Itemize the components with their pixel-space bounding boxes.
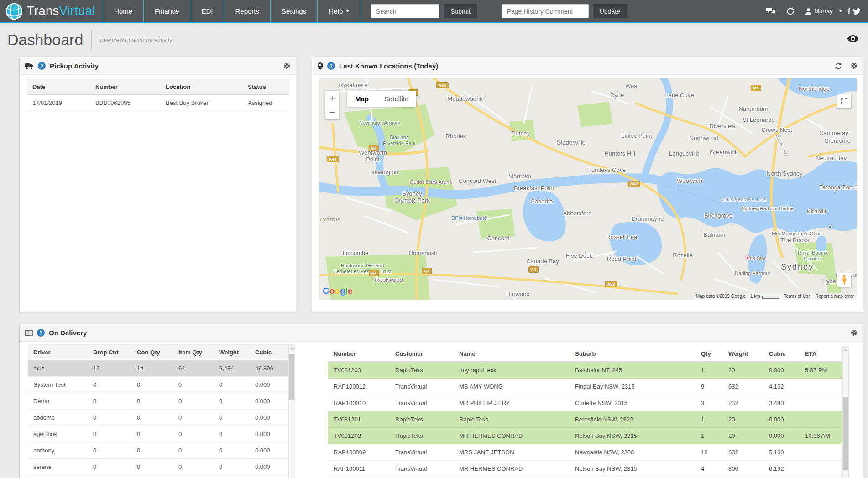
nav-item-edi[interactable]: EDI [190,0,224,22]
nav-item-home[interactable]: Home [103,0,143,22]
col-status[interactable]: Status [242,79,289,95]
consign-table-row[interactable]: TV081203RapidTekstroy rapid teckBatchelo… [328,362,842,379]
fullscreen-button[interactable] [837,94,851,108]
on-delivery-help-icon[interactable]: ? [37,329,45,337]
col-drop-cnt[interactable]: Drop Cnt [88,345,131,360]
col-name[interactable]: Name [454,346,570,362]
zoom-out-button[interactable]: − [325,105,339,119]
col-eta[interactable]: ETA [800,346,842,362]
map-label: Birchgrove [704,213,732,219]
consign-table-row[interactable]: TV081201RapidTeksRapid TeksBeresfield NS… [328,411,842,428]
facebook-icon[interactable]: f [848,7,850,16]
map-label: Huntleys Cove [587,167,626,174]
pickup-help-icon[interactable]: ? [38,62,46,70]
road-shield: A40 [436,82,449,88]
map-label: Naremburn [738,106,768,113]
page-history-comment-input[interactable] [502,4,589,18]
nav-item-reports[interactable]: Reports [224,0,270,22]
map-marker-dot[interactable] [828,225,832,229]
brand-logo[interactable]: TransVirtual [0,0,103,22]
map-settings-gear-icon[interactable] [851,62,858,69]
map-label: Darling Harbour [735,270,770,276]
map-label: Sydney Harbour Bridge [742,206,794,212]
eye-icon[interactable] [847,35,859,45]
col-driver[interactable]: Driver [28,345,88,360]
map-type-map-button[interactable]: Map [347,91,376,107]
report-map-error-link[interactable]: Report a map error [816,294,854,299]
driver-table-row[interactable]: System Test00000.000 [28,377,288,393]
col-con-qty[interactable]: Con Qty [131,345,173,360]
consign-table-row[interactable]: RAP100009TransVirtualMRS JANE JETSONNewc… [328,444,842,461]
pickup-settings-gear-icon[interactable] [283,62,290,69]
driver-table-scrollbar[interactable]: ▲ [288,344,295,478]
map-data-text: Map data ©2019 Google [696,294,746,299]
scroll-up-arrow-icon[interactable]: ▲ [289,345,294,352]
col-weight[interactable]: Weight [723,346,763,362]
col-weight[interactable]: Weight [214,345,250,360]
col-item-qty[interactable]: Item Qty [173,345,214,360]
col-cubic[interactable]: Cubic [763,346,800,362]
map-marker-dot[interactable] [746,256,750,260]
col-location[interactable]: Location [160,79,242,95]
col-customer[interactable]: Customer [390,346,454,362]
nav-item-settings[interactable]: Settings [270,0,317,22]
road-shield: M1 [751,85,761,91]
pegman-icon[interactable] [837,273,851,287]
driver-table-row[interactable]: muz1314646,48446.896 [28,360,288,377]
map-marker-dot[interactable] [460,216,464,220]
map-label: Taronga Zoo Sy [819,184,857,191]
truck-icon [25,63,34,69]
driver-table-header-row: DriverDrop CntCon QtyItem QtyWeightCubic [28,345,288,360]
consign-table-row[interactable]: RAP100010TransVirtualMR PHILLIP J FRYCor… [328,395,842,411]
map-label: Balmain [704,232,725,239]
main-menu: HomeFinanceEDIReportsSettingsHelp [103,0,361,22]
map-type-control: Map Satellite [347,91,416,107]
driver-table-row[interactable]: mike00000.000 [28,475,288,478]
update-button[interactable]: Update [593,4,627,18]
driver-table-row[interactable]: Demo00000.000 [28,393,288,410]
scroll-up-arrow-icon[interactable]: ▲ [843,347,848,353]
terms-of-use-link[interactable]: Terms of Use [784,294,811,299]
consignment-table-scrollbar[interactable]: ▲ [842,346,849,478]
google-logo[interactable]: Google [323,286,352,296]
col-cubic[interactable]: Cubic [250,345,288,360]
social-icons: f [848,7,861,16]
map-type-satellite-button[interactable]: Satellite [376,91,416,107]
driver-table-wrap: DriverDrop CntCon QtyItem QtyWeightCubic… [28,344,288,478]
consign-table-row[interactable]: RAP100011TransVirtualMR HERMES CONRADNel… [328,461,842,477]
twitter-icon[interactable] [853,8,861,15]
driver-table-row[interactable]: serena00000.000 [28,459,288,475]
col-number[interactable]: Number [328,346,390,362]
nav-item-help[interactable]: Help [317,0,361,22]
map-refresh-icon[interactable] [835,62,842,69]
col-date[interactable]: Date [27,79,90,95]
map-label: Gladesville [556,140,586,146]
nav-item-finance[interactable]: Finance [143,0,190,22]
map-label: Rookwood [375,277,403,284]
submit-button[interactable]: Submit [444,4,477,18]
map-scale[interactable]: 1 km [750,294,779,299]
map-label: Woolwich [677,178,702,185]
map-marker-dot[interactable] [432,180,436,184]
col-suburb[interactable]: Suburb [570,346,695,362]
consign-table-row[interactable]: RAP100012TransVirtualMS AMY WONGFingal B… [328,379,842,395]
map-help-icon[interactable]: ? [327,62,335,70]
last-known-locations-panel: ? Last Known Locations (Today) [312,57,863,312]
on-delivery-settings-gear-icon[interactable] [851,329,858,336]
pickup-table-row[interactable]: 17/01/2019BBB0062095Best Buy BrokerAssig… [27,95,289,111]
chat-icon[interactable] [766,7,775,15]
driver-table-row[interactable]: abdemo00000.000 [28,410,288,426]
driver-table-row[interactable]: anthony00000.000 [28,442,288,459]
driver-table-row[interactable]: agentlink00000.000 [28,426,288,442]
col-qty[interactable]: Qty [695,346,723,362]
zoom-in-button[interactable]: + [325,91,339,105]
history-icon[interactable] [786,7,795,16]
search-input[interactable] [371,4,439,18]
col-number[interactable]: Number [90,79,160,95]
consignment-table: NumberCustomerNameSuburbQtyWeightCubicET… [328,346,842,477]
consign-table-row[interactable]: TV081202RapidTeksMR HERMES CONRADNelson … [328,428,842,444]
user-menu[interactable]: Murray [805,8,842,15]
map-panel-header: ? Last Known Locations (Today) [312,57,863,75]
map-canvas[interactable]: RydalmereMeadowbankRydeWestLane CoveNort… [319,78,857,300]
on-delivery-panel-title: On Delivery [49,329,87,337]
